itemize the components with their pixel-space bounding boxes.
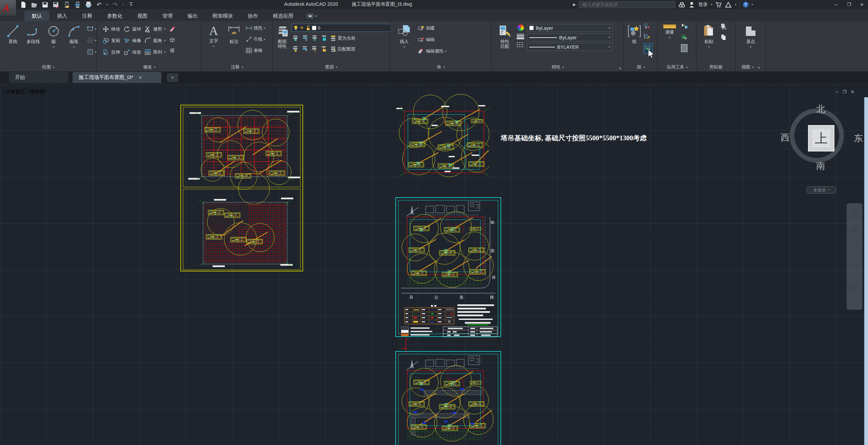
panel-label-utilities[interactable]: 实用工具▾: [658, 63, 696, 71]
leader-button[interactable]: 引线▾: [245, 35, 265, 44]
quick-select-button[interactable]: [681, 23, 688, 31]
viewcube-top-face[interactable]: 上: [808, 125, 834, 151]
quick-calc-button[interactable]: [681, 44, 688, 52]
ungroup-button[interactable]: [644, 23, 652, 31]
search-expand-icon[interactable]: ▶: [573, 2, 576, 7]
set-current-layer-button[interactable]: 置为当前: [330, 34, 355, 43]
tab-output[interactable]: 输出: [180, 11, 205, 21]
viewcube-east[interactable]: 东: [854, 132, 863, 144]
pan-hand-icon[interactable]: [849, 224, 860, 234]
drawing-canvas[interactable]: [-][俯视][二维线框] ─ ❐ ✕: [0, 84, 868, 445]
sheet-bottom[interactable]: [394, 350, 502, 445]
layer-thaw-button[interactable]: ☀: [311, 45, 317, 53]
layer-freeze-button[interactable]: ❄: [311, 35, 317, 42]
object-color-combo[interactable]: ByLayer ▾: [527, 24, 612, 32]
match-layer-button[interactable]: 匹配图层: [330, 45, 355, 54]
redo-caret-icon[interactable]: ▾: [122, 3, 124, 6]
layer-unisolate-button[interactable]: [301, 45, 308, 53]
text-button[interactable]: A 文字 ▾: [205, 22, 222, 62]
panel-label-draw[interactable]: 绘图▾: [0, 63, 96, 71]
lineweight-combo[interactable]: ByLayer ▾: [527, 34, 612, 41]
new-drawing-tab-button[interactable]: +: [167, 73, 178, 82]
panel-label-annotate[interactable]: 注释▾: [202, 63, 272, 71]
match-properties-button[interactable]: 特性匹配: [496, 22, 514, 62]
layer-on-button[interactable]: [292, 45, 298, 53]
viewcube-north[interactable]: 北: [816, 103, 825, 115]
app-menu-button[interactable]: A ▼: [0, 0, 16, 16]
account-caret-icon[interactable]: ▾: [735, 3, 736, 6]
linear-dim-button[interactable]: 线性▾: [245, 24, 265, 33]
arc-button[interactable]: 圆弧 ▾: [64, 22, 83, 62]
minimize-button[interactable]: ─: [830, 0, 842, 9]
polyline-button[interactable]: 多段线: [24, 22, 43, 62]
help-icon[interactable]: ?: [743, 2, 749, 7]
tab-addins[interactable]: 附加模块: [205, 11, 240, 21]
showmotion-icon[interactable]: [849, 283, 860, 292]
scale-button[interactable]: 缩放: [123, 47, 141, 57]
measure-button[interactable]: 测量 ▾: [661, 22, 678, 62]
navbar-close-icon[interactable]: ✕: [858, 204, 861, 207]
hatch-tool-button[interactable]: ▾: [87, 47, 96, 56]
dwg-close-button[interactable]: ✕: [851, 89, 854, 94]
copy-clip-button[interactable]: [720, 34, 727, 42]
navigation-wheel-icon[interactable]: [849, 208, 860, 220]
navigation-bar[interactable]: ✕ ▾ ▾: [847, 203, 862, 310]
panel-label-properties[interactable]: 特性▾: [492, 63, 623, 71]
array-button[interactable]: 阵列▾: [144, 47, 165, 57]
panel-label-layers[interactable]: 图层▾: [273, 63, 389, 71]
offset-button[interactable]: [169, 47, 176, 56]
file-tab-document[interactable]: 施工现场平面布置图_t3* ✕: [73, 72, 161, 83]
ribbon-display-toggle[interactable]: ▾: [307, 11, 317, 21]
restore-button[interactable]: ❐: [843, 0, 855, 9]
undo-caret-icon[interactable]: ▾: [106, 3, 108, 6]
new-file-button[interactable]: [20, 1, 27, 8]
close-button[interactable]: ✕: [856, 0, 868, 9]
linetype-icon[interactable]: [517, 42, 524, 47]
group-button[interactable]: 组: [627, 22, 642, 62]
file-tab-close-icon[interactable]: ✕: [138, 75, 142, 80]
edit-block-button[interactable]: 编辑: [418, 35, 446, 44]
help-caret-icon[interactable]: ▾: [752, 3, 753, 6]
signin-caret-icon[interactable]: ▾: [711, 3, 712, 6]
dwg-restore-button[interactable]: ❐: [843, 89, 847, 94]
layer-unlock-button[interactable]: [320, 45, 327, 53]
undo-button[interactable]: ↶: [96, 1, 103, 8]
qat-customize-button[interactable]: ▼: [127, 1, 135, 8]
sheet-left-pair[interactable]: [180, 103, 304, 273]
circle-button[interactable]: 圆 ▾: [44, 22, 63, 62]
tab-default[interactable]: 默认: [24, 11, 50, 21]
base-point-button[interactable]: 基点 ▾: [741, 22, 761, 62]
line-button[interactable]: 直线: [3, 22, 22, 62]
panel-label-block[interactable]: 块▾: [391, 63, 491, 71]
layer-lock-button[interactable]: [320, 35, 327, 42]
create-block-button[interactable]: 创建: [418, 24, 446, 33]
mirror-button[interactable]: 镜像: [123, 36, 141, 45]
tab-manage[interactable]: 管理: [155, 11, 180, 21]
plot-button[interactable]: [85, 1, 92, 8]
paste-button[interactable]: 粘贴 ▾: [701, 22, 717, 62]
save-button[interactable]: [41, 1, 48, 8]
tab-view[interactable]: 视图: [130, 11, 155, 21]
download-mobile-button[interactable]: [74, 1, 81, 8]
viewcube-south[interactable]: 南: [816, 160, 825, 172]
user-icon[interactable]: [688, 1, 695, 8]
panel-label-modify[interactable]: 修改▾: [98, 63, 201, 71]
layer-off-button[interactable]: [292, 35, 298, 42]
dimension-button[interactable]: 标注: [224, 22, 243, 62]
tab-collaborate[interactable]: 协作: [240, 11, 265, 21]
select-similar-button[interactable]: [681, 34, 688, 42]
viewcube[interactable]: 北 西 东 南 上 未命名▾: [789, 105, 856, 195]
orbit-icon[interactable]: [849, 261, 860, 271]
linetype-combo[interactable]: BYLAYER ▾: [527, 43, 612, 51]
viewcube-west[interactable]: 西: [781, 132, 790, 144]
save-as-button[interactable]: [52, 1, 59, 8]
explode-button[interactable]: [169, 36, 176, 44]
cut-button[interactable]: [720, 23, 727, 31]
dwg-minimize-button[interactable]: ─: [835, 89, 839, 94]
viewport-controls[interactable]: [-][俯视][二维线框]: [3, 89, 47, 95]
sheet-top-middle[interactable]: [394, 92, 489, 179]
panel-label-view[interactable]: 视图▾↘: [736, 63, 765, 71]
insert-block-button[interactable]: 插入 ▾: [395, 22, 414, 62]
search-binoculars-icon[interactable]: [678, 1, 685, 8]
autodesk-account-icon[interactable]: [725, 1, 732, 8]
